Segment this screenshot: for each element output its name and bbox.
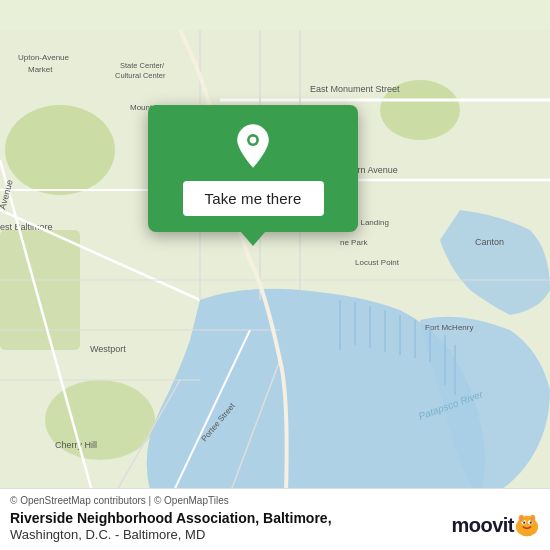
svg-text:Westport: Westport [90, 344, 126, 354]
svg-text:Fort McHenry: Fort McHenry [425, 323, 473, 332]
moovit-mascot-icon [514, 512, 540, 538]
moovit-text: moovit [451, 514, 514, 537]
svg-rect-3 [0, 230, 80, 350]
svg-text:ne Park: ne Park [340, 238, 369, 247]
take-me-there-button[interactable]: Take me there [183, 181, 324, 216]
location-pin-icon [230, 123, 276, 169]
svg-text:Canton: Canton [475, 237, 504, 247]
svg-text:Locust Point: Locust Point [355, 258, 400, 267]
svg-text:East Monument Street: East Monument Street [310, 84, 400, 94]
svg-point-53 [523, 522, 525, 524]
map-attribution: © OpenStreetMap contributors | © OpenMap… [10, 495, 540, 506]
svg-text:Cultural Center: Cultural Center [115, 71, 166, 80]
svg-point-1 [5, 105, 115, 195]
moovit-logo: moovit [451, 512, 540, 538]
svg-text:State Center/: State Center/ [120, 61, 165, 70]
bottom-bar: © OpenStreetMap contributors | © OpenMap… [0, 488, 550, 550]
svg-point-57 [520, 516, 523, 521]
map-container: East Monument Street tern Avenue Baltimo… [0, 0, 550, 550]
svg-text:Upton-Avenue: Upton-Avenue [18, 53, 70, 62]
popup-card: Take me there [148, 105, 358, 232]
svg-point-58 [531, 516, 534, 521]
svg-point-48 [250, 137, 257, 144]
svg-text:Market: Market [28, 65, 53, 74]
svg-text:Cherry Hill: Cherry Hill [55, 440, 97, 450]
